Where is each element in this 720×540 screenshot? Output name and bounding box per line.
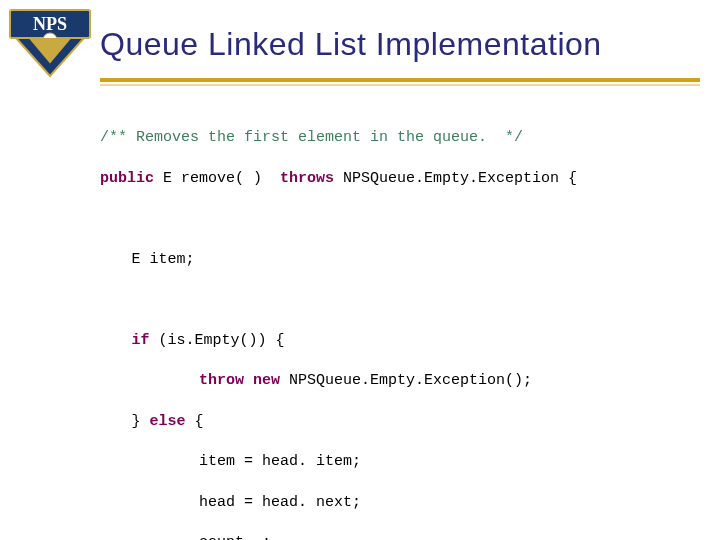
keyword: throw (199, 372, 244, 389)
code-line: count--; (199, 533, 700, 540)
code-line: public E remove( ) throws NPSQueue.Empty… (100, 169, 700, 189)
title-rule (0, 78, 720, 86)
code-text: } (132, 413, 150, 430)
code-text: { (186, 413, 204, 430)
keyword: if (132, 332, 150, 349)
code-text: head = head. next; (199, 494, 361, 511)
svg-text:NPS: NPS (33, 14, 67, 34)
code-text (244, 372, 253, 389)
code-line: E item; (132, 250, 701, 270)
slide-header: NPS Queue Linked List Implementation (0, 0, 720, 80)
keyword: public (100, 170, 154, 187)
blank-line (100, 290, 700, 310)
page-title: Queue Linked List Implementation (100, 8, 602, 63)
code-line: /** Removes the first element in the que… (100, 128, 700, 148)
code-text: count--; (199, 534, 271, 540)
code-line: item = head. item; (199, 452, 700, 472)
comment: /** Removes the first element in the que… (100, 129, 523, 146)
code-line: if (is.Empty()) { (132, 331, 701, 351)
code-text: NPSQueue.Empty.Exception { (334, 170, 577, 187)
code-text: (is.Empty()) { (150, 332, 285, 349)
code-text: E remove( ) (154, 170, 280, 187)
keyword: else (150, 413, 186, 430)
keyword: new (253, 372, 280, 389)
code-line: } else { (132, 412, 701, 432)
code-text: item = head. item; (199, 453, 361, 470)
nps-logo: NPS (8, 8, 92, 80)
code-line: head = head. next; (199, 493, 700, 513)
code-text: NPSQueue.Empty.Exception(); (280, 372, 532, 389)
code-line: throw new NPSQueue.Empty.Exception(); (199, 371, 700, 391)
blank-line (100, 209, 700, 229)
keyword: throws (280, 170, 334, 187)
code-block: /** Removes the first element in the que… (0, 86, 720, 540)
code-text: E item; (132, 251, 195, 268)
